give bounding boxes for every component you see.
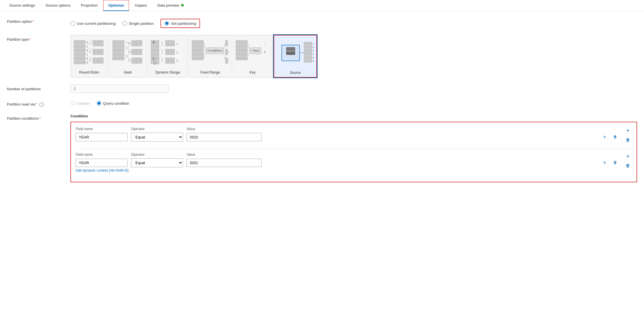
tab-optimize[interactable]: Optimize (103, 0, 129, 11)
partition-card-dynamic-range[interactable]: A Z } } } 1 2 (148, 35, 188, 78)
svg-rect-7 (93, 49, 103, 55)
radio-single-input[interactable] (122, 21, 127, 26)
svg-line-72 (223, 51, 225, 61)
svg-text:2: 2 (313, 56, 314, 59)
operator-select-1[interactable]: Equal (131, 133, 183, 142)
radio-use-current-input[interactable] (70, 21, 75, 26)
delete-partition-outer-2[interactable] (624, 162, 632, 170)
svg-line-87 (247, 50, 251, 51)
partition-card-round-robin[interactable]: 1 2 3 1 2 3 1 2 3 (70, 35, 108, 78)
delete-partition-outer-1[interactable] (624, 136, 632, 144)
main-content: Partition option* Use current partitioni… (0, 11, 644, 195)
svg-text:1: 1 (313, 42, 314, 45)
svg-line-67 (204, 50, 207, 51)
svg-text:3: 3 (176, 59, 178, 62)
add-condition-inner-1[interactable]: + (601, 133, 609, 141)
svg-rect-55 (192, 40, 204, 44)
svg-rect-0 (74, 40, 85, 44)
svg-text:3: 3 (89, 58, 91, 61)
conditions-box: Field name Operator Value Equal (70, 122, 637, 182)
condition-row-2-inner-actions: + (601, 159, 619, 167)
svg-rect-92 (286, 47, 295, 50)
tab-projection[interactable]: Projection (76, 0, 102, 11)
partition-read-via-info-icon: i (39, 102, 44, 107)
svg-text:Z: Z (153, 57, 154, 61)
field-name-input-2[interactable] (76, 159, 128, 167)
number-of-partitions-row: Number of partitions (7, 85, 637, 93)
partition-type-row: Partition type* (7, 35, 637, 78)
tab-source-options[interactable]: Source options (41, 0, 75, 11)
condition-row-2-inputs: Equal + (76, 158, 619, 167)
dynamic-range-diagram: A Z } } } 1 2 (150, 37, 185, 69)
operator-header-1: Operator (131, 127, 183, 131)
radio-column-input[interactable] (70, 101, 75, 106)
svg-rect-5 (74, 61, 85, 64)
value-input-1[interactable] (186, 133, 262, 141)
hash-diagram: 1 2 3 (112, 37, 144, 69)
partition-card-fixed-range[interactable]: Conditions (189, 35, 232, 78)
source-diagram: 1 2 3 1 2 3 Source (277, 38, 314, 70)
condition-row-2-wrapper: Field name Operator Value Equal (76, 153, 632, 172)
svg-rect-28 (132, 58, 142, 63)
svg-text:1: 1 (228, 42, 229, 45)
partition-option-controls: Use current partitioning Single partitio… (70, 17, 637, 28)
svg-rect-97 (304, 49, 312, 52)
condition-row-1-wrapper: Field name Operator Value Equal (76, 127, 632, 144)
radio-set-partitioning[interactable]: Set partitioning (165, 21, 196, 26)
delete-condition-inner-2[interactable] (611, 159, 619, 167)
add-partition-outer-1[interactable]: + (624, 127, 632, 135)
svg-rect-79 (236, 52, 247, 56)
add-condition-inner-2[interactable]: + (601, 159, 609, 167)
partition-type-cards: 1 2 3 1 2 3 1 2 3 (70, 35, 637, 78)
svg-rect-64 (225, 58, 228, 63)
radio-single-partition[interactable]: Single partition (122, 21, 154, 26)
svg-rect-78 (236, 48, 247, 52)
partition-card-source[interactable]: 1 2 3 1 2 3 Source Source (274, 35, 317, 78)
partition-card-hash[interactable]: 1 2 3 Hash (109, 35, 147, 78)
add-dynamic-content-link[interactable]: Add dynamic content [Alt+Shift+D] (76, 168, 128, 172)
fixed-range-label: Fixed Range (200, 70, 220, 74)
svg-line-70 (223, 43, 225, 51)
value-input-2[interactable] (186, 159, 262, 167)
source-label: Source (290, 71, 301, 75)
svg-rect-62 (225, 40, 228, 46)
partition-card-key[interactable]: Keys ⋮ n Key (233, 35, 272, 78)
svg-rect-23 (113, 48, 124, 52)
svg-text:1: 1 (86, 53, 88, 56)
partition-type-label: Partition type* (7, 35, 70, 42)
svg-rect-49 (165, 49, 175, 55)
round-robin-diagram: 1 2 3 1 2 3 1 2 3 (73, 37, 105, 69)
data-preview-dot (181, 4, 184, 7)
radio-set-partitioning-input[interactable] (165, 21, 169, 26)
tab-source-settings[interactable]: Source settings (5, 0, 40, 11)
round-robin-label: Round Robin (79, 70, 99, 74)
svg-rect-4 (74, 57, 85, 60)
svg-text:2: 2 (86, 57, 88, 60)
svg-rect-100 (304, 59, 312, 62)
tab-data-preview[interactable]: Data preview (153, 0, 188, 11)
partition-option-row: Partition option* Use current partitioni… (7, 17, 637, 28)
svg-rect-26 (132, 40, 142, 46)
operator-select-2[interactable]: Equal (131, 158, 183, 167)
field-name-header-1: Field name (76, 127, 128, 131)
tab-inspect[interactable]: Inspect (130, 0, 152, 11)
delete-condition-inner-1[interactable] (611, 133, 619, 141)
svg-text:3: 3 (86, 49, 88, 52)
field-name-input-1[interactable] (76, 133, 128, 141)
svg-rect-25 (113, 57, 124, 60)
dynamic-range-label: Dynamic Range (155, 70, 180, 74)
radio-query-condition-input[interactable] (97, 101, 101, 106)
svg-text:}: } (161, 41, 163, 46)
svg-text:Keys: Keys (253, 49, 259, 52)
svg-line-66 (204, 46, 207, 51)
number-of-partitions-input[interactable] (70, 85, 169, 93)
svg-rect-38 (151, 44, 159, 48)
radio-query-condition[interactable]: Query condition (97, 101, 129, 106)
radio-column[interactable]: Column (70, 101, 90, 106)
svg-rect-63 (225, 49, 228, 55)
partition-conditions-label: Partition conditions* (7, 114, 70, 121)
svg-line-89 (247, 51, 251, 58)
radio-use-current[interactable]: Use current partitioning (70, 21, 115, 26)
hash-label: Hash (124, 70, 132, 74)
add-partition-outer-2[interactable]: + (624, 153, 632, 161)
